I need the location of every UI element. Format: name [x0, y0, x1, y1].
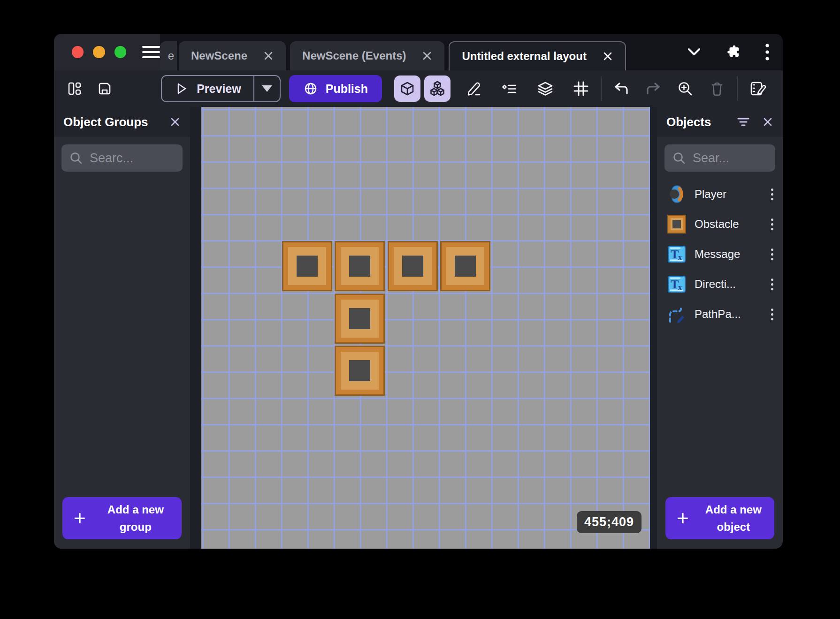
- main-menu-hamburger-icon[interactable]: [142, 46, 160, 58]
- objects-panel: Objects: [657, 107, 783, 549]
- path-paint-icon: [666, 304, 687, 325]
- instances-cubes-icon[interactable]: [424, 75, 451, 102]
- svg-text:x: x: [678, 253, 682, 261]
- object-name: PathPa...: [695, 308, 762, 321]
- obstacle-instance-ring: [394, 247, 432, 285]
- draw-pencil-icon[interactable]: [461, 75, 487, 102]
- plus-icon: +: [677, 508, 689, 528]
- close-tab-icon[interactable]: [263, 51, 274, 61]
- obstacle-instance[interactable]: [282, 241, 332, 291]
- instances-list-icon[interactable]: [496, 75, 523, 102]
- object-row-obstacle[interactable]: Obstacle: [657, 209, 783, 239]
- caret-down-icon: [262, 85, 272, 92]
- object-groups-title: Object Groups: [63, 115, 148, 129]
- tab-label: NewScene (Events): [302, 49, 406, 62]
- tab-partial[interactable]: e: [160, 41, 177, 70]
- obstacle-instance-ring: [446, 247, 484, 285]
- object-search-input[interactable]: [693, 151, 768, 166]
- traffic-light-zone: [54, 34, 160, 70]
- close-panel-icon[interactable]: [762, 116, 773, 128]
- object-name: Directi...: [695, 278, 762, 291]
- preview-dropdown-button[interactable]: [254, 85, 280, 92]
- object-name: Player: [695, 188, 762, 201]
- obstacle-instance-ring: [288, 247, 326, 285]
- object-name: Message: [695, 248, 762, 261]
- object-menu-kebab-icon[interactable]: [769, 277, 775, 292]
- tab-label: NewScene: [191, 49, 247, 62]
- kebab-menu-icon[interactable]: [765, 43, 770, 61]
- svg-text:T: T: [671, 248, 679, 261]
- object-menu-kebab-icon[interactable]: [769, 217, 775, 232]
- chevron-down-icon[interactable]: [686, 47, 702, 57]
- panels-layout-icon[interactable]: [66, 80, 83, 97]
- obstacle-instance[interactable]: [440, 241, 490, 291]
- panel-gap: [190, 107, 201, 549]
- obstacle-instance-core: [349, 256, 370, 277]
- trash-icon[interactable]: [704, 75, 730, 102]
- object-menu-kebab-icon[interactable]: [769, 307, 775, 322]
- obstacle-instance-core: [349, 360, 370, 381]
- obstacle-instance-ring: [341, 300, 379, 338]
- obstacle-instance[interactable]: [388, 241, 438, 291]
- object-search-box: [664, 144, 775, 172]
- obstacle-instance[interactable]: [335, 241, 385, 291]
- preview-button-group: Preview: [161, 75, 281, 102]
- panel-gap: [650, 107, 657, 549]
- tab-newscene[interactable]: NewScene: [179, 41, 286, 70]
- object-row-player[interactable]: Player: [657, 179, 783, 209]
- tab-label: Untitled external layout: [462, 50, 586, 63]
- obstacle-instance-core: [402, 256, 423, 277]
- object-name: Obstacle: [695, 218, 762, 231]
- publish-label: Publish: [326, 82, 368, 96]
- minimize-window-button[interactable]: [93, 46, 105, 58]
- obstacle-instance[interactable]: [335, 294, 385, 344]
- svg-text:x: x: [678, 283, 682, 291]
- obstacle-instance-ring: [341, 247, 379, 285]
- zoom-in-icon[interactable]: [672, 75, 698, 102]
- publish-button[interactable]: Publish: [289, 75, 382, 102]
- toolbar: Preview Publish: [54, 70, 783, 107]
- object-row-pathpaint[interactable]: PathPa...: [657, 299, 783, 329]
- objects-list: Player Obstacle T: [657, 179, 783, 329]
- object-row-message[interactable]: T x Message: [657, 239, 783, 269]
- obstacle-instance[interactable]: [335, 346, 385, 396]
- objects-cube-icon[interactable]: [394, 75, 420, 102]
- undo-icon[interactable]: [608, 75, 634, 102]
- zoom-window-button[interactable]: [115, 46, 126, 58]
- add-object-label: Add a new object: [697, 501, 770, 536]
- svg-text:T: T: [671, 278, 679, 291]
- tab-strip: NewScene NewScene (Events) Untitled exte…: [179, 41, 626, 70]
- object-menu-kebab-icon[interactable]: [769, 247, 775, 262]
- add-group-label: Add a new group: [94, 501, 177, 536]
- tab-untitled-external-layout[interactable]: Untitled external layout: [449, 41, 626, 70]
- redo-icon[interactable]: [640, 75, 666, 102]
- object-menu-kebab-icon[interactable]: [769, 187, 775, 202]
- obstacle-instance-core: [455, 256, 476, 277]
- add-object-button[interactable]: + Add a new object: [665, 497, 774, 539]
- player-icon: [666, 184, 687, 204]
- close-tab-icon[interactable]: [603, 51, 613, 61]
- save-icon[interactable]: [96, 80, 113, 97]
- scene-canvas[interactable]: 455;409: [201, 107, 650, 549]
- close-window-button[interactable]: [72, 46, 84, 58]
- group-search-input[interactable]: [90, 151, 175, 166]
- add-group-button[interactable]: + Add a new group: [62, 497, 182, 539]
- close-panel-icon[interactable]: [169, 116, 181, 128]
- object-row-directions[interactable]: T x Directi...: [657, 269, 783, 299]
- main-area: Object Groups + Add a new group: [54, 107, 783, 549]
- preview-button[interactable]: Preview: [162, 82, 253, 96]
- obstacle-instance-core: [297, 256, 318, 277]
- title-bar: e NewScene NewScene (Events) Untitled ex…: [54, 34, 783, 70]
- filter-icon[interactable]: [737, 117, 750, 127]
- layers-icon[interactable]: [532, 75, 558, 102]
- grid-icon[interactable]: [568, 75, 594, 102]
- close-tab-icon[interactable]: [422, 51, 432, 61]
- app-window: e NewScene NewScene (Events) Untitled ex…: [54, 34, 783, 549]
- preview-label: Preview: [197, 82, 241, 96]
- obstacle-icon: [666, 214, 687, 234]
- plus-icon: +: [74, 508, 86, 528]
- object-groups-panel: Object Groups + Add a new group: [54, 107, 190, 549]
- tab-newscene-events[interactable]: NewScene (Events): [290, 41, 444, 70]
- edit-events-sheet-icon[interactable]: [744, 75, 771, 102]
- extensions-puzzle-icon[interactable]: [725, 44, 741, 60]
